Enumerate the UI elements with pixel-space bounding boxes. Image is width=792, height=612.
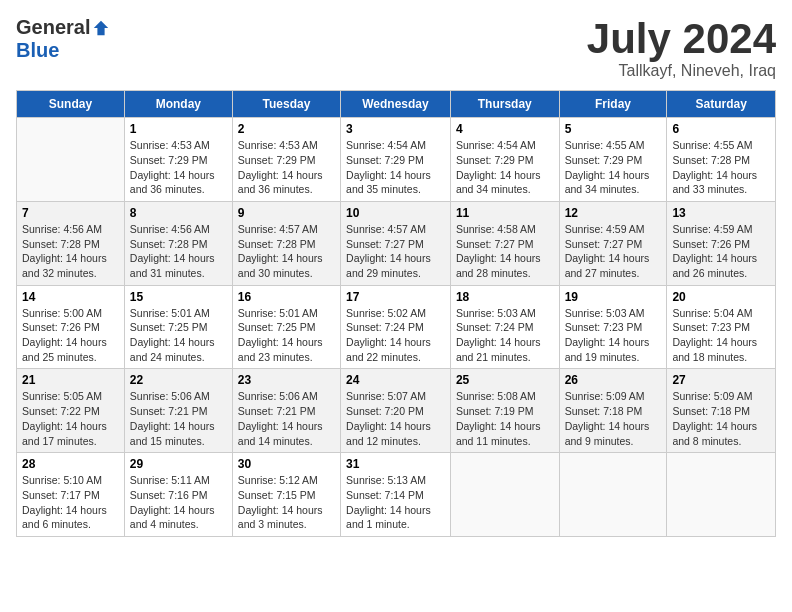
day-number: 1 bbox=[130, 122, 227, 136]
calendar-cell bbox=[559, 453, 667, 537]
cell-info: Sunrise: 5:00 AM Sunset: 7:26 PM Dayligh… bbox=[22, 306, 119, 365]
header-wednesday: Wednesday bbox=[341, 91, 451, 118]
day-number: 10 bbox=[346, 206, 445, 220]
day-number: 3 bbox=[346, 122, 445, 136]
cell-info: Sunrise: 5:06 AM Sunset: 7:21 PM Dayligh… bbox=[130, 389, 227, 448]
svg-marker-0 bbox=[94, 20, 108, 34]
calendar-cell: 10Sunrise: 4:57 AM Sunset: 7:27 PM Dayli… bbox=[341, 201, 451, 285]
day-number: 21 bbox=[22, 373, 119, 387]
header-friday: Friday bbox=[559, 91, 667, 118]
calendar-cell: 13Sunrise: 4:59 AM Sunset: 7:26 PM Dayli… bbox=[667, 201, 776, 285]
cell-info: Sunrise: 5:10 AM Sunset: 7:17 PM Dayligh… bbox=[22, 473, 119, 532]
header: General Blue July 2024 Tallkayf, Nineveh… bbox=[16, 16, 776, 80]
calendar-week-row: 28Sunrise: 5:10 AM Sunset: 7:17 PM Dayli… bbox=[17, 453, 776, 537]
calendar-cell: 7Sunrise: 4:56 AM Sunset: 7:28 PM Daylig… bbox=[17, 201, 125, 285]
day-number: 12 bbox=[565, 206, 662, 220]
title-area: July 2024 Tallkayf, Nineveh, Iraq bbox=[587, 16, 776, 80]
day-number: 2 bbox=[238, 122, 335, 136]
header-sunday: Sunday bbox=[17, 91, 125, 118]
calendar-cell: 23Sunrise: 5:06 AM Sunset: 7:21 PM Dayli… bbox=[232, 369, 340, 453]
calendar-cell: 25Sunrise: 5:08 AM Sunset: 7:19 PM Dayli… bbox=[450, 369, 559, 453]
calendar-cell: 19Sunrise: 5:03 AM Sunset: 7:23 PM Dayli… bbox=[559, 285, 667, 369]
calendar-cell: 1Sunrise: 4:53 AM Sunset: 7:29 PM Daylig… bbox=[124, 118, 232, 202]
cell-info: Sunrise: 4:58 AM Sunset: 7:27 PM Dayligh… bbox=[456, 222, 554, 281]
calendar-cell: 21Sunrise: 5:05 AM Sunset: 7:22 PM Dayli… bbox=[17, 369, 125, 453]
cell-info: Sunrise: 5:01 AM Sunset: 7:25 PM Dayligh… bbox=[130, 306, 227, 365]
calendar-cell: 3Sunrise: 4:54 AM Sunset: 7:29 PM Daylig… bbox=[341, 118, 451, 202]
calendar-cell: 6Sunrise: 4:55 AM Sunset: 7:28 PM Daylig… bbox=[667, 118, 776, 202]
cell-info: Sunrise: 4:53 AM Sunset: 7:29 PM Dayligh… bbox=[130, 138, 227, 197]
calendar-cell bbox=[450, 453, 559, 537]
day-number: 24 bbox=[346, 373, 445, 387]
day-number: 29 bbox=[130, 457, 227, 471]
day-number: 11 bbox=[456, 206, 554, 220]
day-number: 5 bbox=[565, 122, 662, 136]
cell-info: Sunrise: 4:59 AM Sunset: 7:26 PM Dayligh… bbox=[672, 222, 770, 281]
day-number: 8 bbox=[130, 206, 227, 220]
calendar-cell: 22Sunrise: 5:06 AM Sunset: 7:21 PM Dayli… bbox=[124, 369, 232, 453]
day-number: 28 bbox=[22, 457, 119, 471]
calendar-cell: 31Sunrise: 5:13 AM Sunset: 7:14 PM Dayli… bbox=[341, 453, 451, 537]
cell-info: Sunrise: 4:53 AM Sunset: 7:29 PM Dayligh… bbox=[238, 138, 335, 197]
day-number: 26 bbox=[565, 373, 662, 387]
cell-info: Sunrise: 4:54 AM Sunset: 7:29 PM Dayligh… bbox=[456, 138, 554, 197]
calendar-cell: 30Sunrise: 5:12 AM Sunset: 7:15 PM Dayli… bbox=[232, 453, 340, 537]
calendar-cell: 24Sunrise: 5:07 AM Sunset: 7:20 PM Dayli… bbox=[341, 369, 451, 453]
calendar-week-row: 1Sunrise: 4:53 AM Sunset: 7:29 PM Daylig… bbox=[17, 118, 776, 202]
day-number: 31 bbox=[346, 457, 445, 471]
day-number: 17 bbox=[346, 290, 445, 304]
calendar-header-row: Sunday Monday Tuesday Wednesday Thursday… bbox=[17, 91, 776, 118]
logo: General Blue bbox=[16, 16, 110, 62]
calendar-week-row: 21Sunrise: 5:05 AM Sunset: 7:22 PM Dayli… bbox=[17, 369, 776, 453]
cell-info: Sunrise: 5:09 AM Sunset: 7:18 PM Dayligh… bbox=[672, 389, 770, 448]
logo-general-text: General bbox=[16, 16, 90, 39]
header-monday: Monday bbox=[124, 91, 232, 118]
cell-info: Sunrise: 4:57 AM Sunset: 7:27 PM Dayligh… bbox=[346, 222, 445, 281]
calendar-cell: 2Sunrise: 4:53 AM Sunset: 7:29 PM Daylig… bbox=[232, 118, 340, 202]
day-number: 13 bbox=[672, 206, 770, 220]
day-number: 6 bbox=[672, 122, 770, 136]
cell-info: Sunrise: 5:03 AM Sunset: 7:23 PM Dayligh… bbox=[565, 306, 662, 365]
calendar-table: Sunday Monday Tuesday Wednesday Thursday… bbox=[16, 90, 776, 537]
cell-info: Sunrise: 5:01 AM Sunset: 7:25 PM Dayligh… bbox=[238, 306, 335, 365]
day-number: 18 bbox=[456, 290, 554, 304]
calendar-week-row: 7Sunrise: 4:56 AM Sunset: 7:28 PM Daylig… bbox=[17, 201, 776, 285]
day-number: 19 bbox=[565, 290, 662, 304]
calendar-cell: 5Sunrise: 4:55 AM Sunset: 7:29 PM Daylig… bbox=[559, 118, 667, 202]
header-saturday: Saturday bbox=[667, 91, 776, 118]
cell-info: Sunrise: 4:55 AM Sunset: 7:28 PM Dayligh… bbox=[672, 138, 770, 197]
day-number: 14 bbox=[22, 290, 119, 304]
calendar-cell: 29Sunrise: 5:11 AM Sunset: 7:16 PM Dayli… bbox=[124, 453, 232, 537]
cell-info: Sunrise: 4:57 AM Sunset: 7:28 PM Dayligh… bbox=[238, 222, 335, 281]
day-number: 16 bbox=[238, 290, 335, 304]
cell-info: Sunrise: 5:11 AM Sunset: 7:16 PM Dayligh… bbox=[130, 473, 227, 532]
calendar-cell: 17Sunrise: 5:02 AM Sunset: 7:24 PM Dayli… bbox=[341, 285, 451, 369]
calendar-cell: 15Sunrise: 5:01 AM Sunset: 7:25 PM Dayli… bbox=[124, 285, 232, 369]
calendar-cell bbox=[17, 118, 125, 202]
calendar-cell: 11Sunrise: 4:58 AM Sunset: 7:27 PM Dayli… bbox=[450, 201, 559, 285]
calendar-cell: 27Sunrise: 5:09 AM Sunset: 7:18 PM Dayli… bbox=[667, 369, 776, 453]
location-subtitle: Tallkayf, Nineveh, Iraq bbox=[587, 62, 776, 80]
calendar-cell bbox=[667, 453, 776, 537]
day-number: 23 bbox=[238, 373, 335, 387]
day-number: 22 bbox=[130, 373, 227, 387]
calendar-cell: 26Sunrise: 5:09 AM Sunset: 7:18 PM Dayli… bbox=[559, 369, 667, 453]
cell-info: Sunrise: 5:05 AM Sunset: 7:22 PM Dayligh… bbox=[22, 389, 119, 448]
day-number: 4 bbox=[456, 122, 554, 136]
calendar-week-row: 14Sunrise: 5:00 AM Sunset: 7:26 PM Dayli… bbox=[17, 285, 776, 369]
month-year-title: July 2024 bbox=[587, 16, 776, 62]
header-thursday: Thursday bbox=[450, 91, 559, 118]
calendar-cell: 8Sunrise: 4:56 AM Sunset: 7:28 PM Daylig… bbox=[124, 201, 232, 285]
cell-info: Sunrise: 5:06 AM Sunset: 7:21 PM Dayligh… bbox=[238, 389, 335, 448]
cell-info: Sunrise: 4:59 AM Sunset: 7:27 PM Dayligh… bbox=[565, 222, 662, 281]
day-number: 20 bbox=[672, 290, 770, 304]
cell-info: Sunrise: 4:55 AM Sunset: 7:29 PM Dayligh… bbox=[565, 138, 662, 197]
day-number: 30 bbox=[238, 457, 335, 471]
cell-info: Sunrise: 4:56 AM Sunset: 7:28 PM Dayligh… bbox=[130, 222, 227, 281]
day-number: 15 bbox=[130, 290, 227, 304]
calendar-cell: 12Sunrise: 4:59 AM Sunset: 7:27 PM Dayli… bbox=[559, 201, 667, 285]
calendar-cell: 20Sunrise: 5:04 AM Sunset: 7:23 PM Dayli… bbox=[667, 285, 776, 369]
cell-info: Sunrise: 4:54 AM Sunset: 7:29 PM Dayligh… bbox=[346, 138, 445, 197]
cell-info: Sunrise: 5:08 AM Sunset: 7:19 PM Dayligh… bbox=[456, 389, 554, 448]
day-number: 7 bbox=[22, 206, 119, 220]
